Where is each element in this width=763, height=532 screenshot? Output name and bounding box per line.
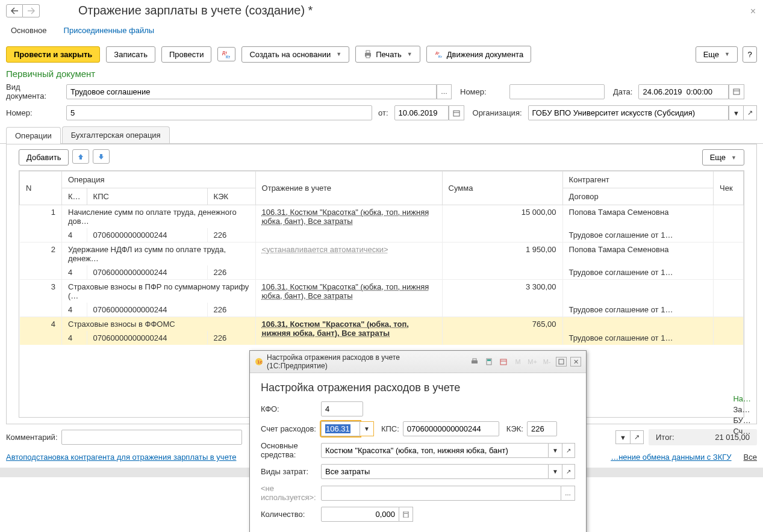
col-kek[interactable]: КЭК <box>207 188 255 205</box>
tab-accounting-operation[interactable]: Бухгалтерская операция <box>62 126 170 143</box>
tab-main[interactable]: Основное <box>6 23 52 37</box>
ot-date-input[interactable] <box>394 105 449 120</box>
footer-open-button[interactable]: ↗ <box>631 430 644 444</box>
dlg-costs-open[interactable]: ↗ <box>562 464 575 479</box>
dialog-mem-mplus[interactable]: M+ <box>527 357 538 367</box>
svg-text:1c: 1c <box>257 359 262 365</box>
date-label: Дата: <box>608 87 635 96</box>
dialog-calc-icon[interactable] <box>484 357 494 367</box>
create-based-on-button[interactable]: Создать на основании <box>241 46 349 63</box>
number-input[interactable] <box>66 105 372 120</box>
move-up-button[interactable] <box>72 149 89 164</box>
dlg-acct-dropdown[interactable]: ▼ <box>360 421 374 436</box>
dlg-os-dropdown[interactable]: ▼ <box>549 443 562 458</box>
dlg-qty-input[interactable] <box>321 507 399 522</box>
svg-rect-4 <box>366 55 370 58</box>
dlg-kek-label: КЭК: <box>499 424 527 433</box>
reflection-link[interactable]: 106.31, Костюм "Красотка" (юбка, топ, ни… <box>262 282 429 300</box>
autosub-link[interactable]: Автоподстановка контрагента для отражени… <box>6 453 236 462</box>
org-label: Организация: <box>468 108 525 117</box>
dlg-acct-input[interactable]: 106.31 <box>321 421 360 436</box>
movements-label: Движения документа <box>447 50 523 59</box>
dlg-os-open[interactable]: ↗ <box>562 443 575 458</box>
dialog-titlebar[interactable]: 1c Настройка отражения расходов в учете … <box>250 351 586 373</box>
dlg-os-label: Основные средства: <box>261 441 321 459</box>
tab-operations[interactable]: Операции <box>6 127 61 144</box>
print-button[interactable]: Печать <box>355 46 420 63</box>
svg-rect-7 <box>733 89 740 94</box>
number-right-input[interactable] <box>509 84 605 99</box>
col-k[interactable]: К… <box>62 188 87 205</box>
arrow-right-icon <box>27 7 36 14</box>
table-row[interactable]: 3 Страховые взносы в ПФР по суммарному т… <box>20 280 744 303</box>
col-operation[interactable]: Операция <box>62 172 256 188</box>
ot-date-picker-button[interactable] <box>449 105 464 120</box>
reflection-link[interactable]: 106.31, Костюм "Красотка" (юбка, топ, ни… <box>262 208 429 226</box>
dlg-kps-input[interactable] <box>403 421 499 436</box>
dialog-close-button[interactable]: ✕ <box>570 357 581 367</box>
dlg-qty-label: Количество: <box>261 510 321 519</box>
dlg-qty-calc[interactable] <box>399 507 413 522</box>
dialog-mem-m[interactable]: M <box>512 357 523 367</box>
svg-rect-14 <box>473 359 476 360</box>
col-check[interactable]: Чек <box>714 172 744 205</box>
dialog-mem-mminus[interactable]: M- <box>541 357 552 367</box>
nav-back-button[interactable] <box>6 4 23 17</box>
print-label: Печать <box>376 50 402 59</box>
movements-button[interactable]: ДтКт Движения документа <box>426 46 531 63</box>
table-row-selected[interactable]: 4 Страховые взносы в ФФОМС 106.31, Костю… <box>20 317 744 332</box>
dlg-costs-input[interactable] <box>321 464 549 479</box>
svg-rect-13 <box>472 360 478 363</box>
dlg-acct-label: Счет расходов: <box>261 424 321 433</box>
table-row[interactable]: 1 Начисление сумм по оплате труда, денеж… <box>20 205 744 229</box>
svg-text:Кт: Кт <box>438 55 442 58</box>
post-and-close-button[interactable]: Провести и закрыть <box>6 46 100 63</box>
dlg-unused-input[interactable] <box>321 486 561 501</box>
printer-icon <box>363 49 373 59</box>
app-1c-icon: 1c <box>255 357 263 366</box>
dt-kt-button[interactable]: ДтКт <box>217 47 235 61</box>
comment-label: Комментарий: <box>6 433 58 442</box>
dlg-kps-label: КПС: <box>374 424 403 433</box>
calendar-icon <box>733 88 740 95</box>
more-button[interactable]: Еще <box>696 46 738 63</box>
dlg-os-input[interactable] <box>321 443 549 458</box>
col-counterparty[interactable]: Контрагент <box>562 172 713 188</box>
dlg-kek-input[interactable] <box>527 421 557 436</box>
date-input[interactable] <box>638 84 729 99</box>
org-input[interactable] <box>528 105 729 120</box>
dlg-costs-dropdown[interactable]: ▼ <box>549 464 562 479</box>
footer-dropdown-button[interactable]: ▼ <box>615 430 631 444</box>
record-button[interactable]: Записать <box>106 46 155 63</box>
exchange-link[interactable]: …нение обмена данными с ЗКГУ <box>611 453 731 462</box>
comment-input[interactable] <box>61 430 242 445</box>
reflection-link[interactable]: 106.31, Костюм "Красотка" (юбка, топ, ни… <box>262 320 409 338</box>
dlg-unused-select[interactable]: … <box>561 486 575 501</box>
post-button[interactable]: Провести <box>161 46 212 63</box>
close-icon[interactable]: × <box>750 6 756 17</box>
col-kps[interactable]: КПС <box>87 188 207 205</box>
dialog-maximize-button[interactable] <box>556 357 567 367</box>
add-row-button[interactable]: Добавить <box>19 149 69 165</box>
nav-forward-button[interactable] <box>23 4 40 17</box>
doc-type-input[interactable] <box>66 84 437 99</box>
help-button[interactable]: ? <box>743 46 757 63</box>
dialog-print-icon[interactable] <box>469 357 480 367</box>
col-n[interactable]: N <box>20 172 62 205</box>
dialog-calendar-icon[interactable] <box>498 357 509 367</box>
col-contract[interactable]: Договор <box>562 188 713 205</box>
move-down-button[interactable] <box>93 149 110 164</box>
doc-type-select-button[interactable]: … <box>437 84 452 99</box>
col-sum[interactable]: Сумма <box>442 172 562 205</box>
date-picker-button[interactable] <box>729 84 744 99</box>
col-reflection[interactable]: Отражение в учете <box>255 172 442 205</box>
ot-label: от: <box>376 108 391 117</box>
table-row[interactable]: 2 Удержание НДФЛ из сумм по оплате труда… <box>20 243 744 266</box>
table-more-button[interactable]: Еще <box>702 149 744 165</box>
org-dropdown-button[interactable]: ▼ <box>729 105 744 120</box>
tab-attached-files[interactable]: Присоединенные файлы <box>64 26 155 35</box>
org-open-button[interactable]: ↗ <box>744 105 757 120</box>
hidden-panel-line: Сч… <box>733 426 751 437</box>
all-link[interactable]: Все <box>744 453 757 462</box>
dlg-kfo-input[interactable] <box>321 401 363 416</box>
